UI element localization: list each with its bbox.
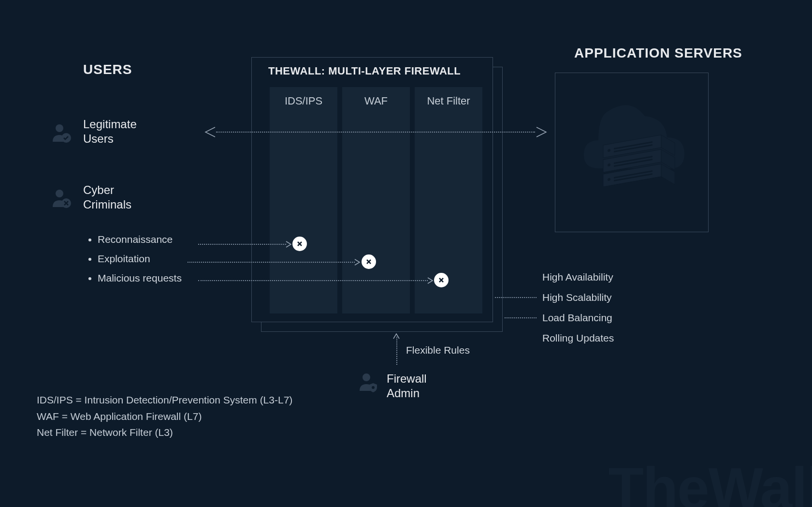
block-marker-icon	[362, 254, 376, 269]
legend-ids: IDS/IPS = Intrusion Detection/Prevention…	[37, 392, 292, 408]
svg-point-0	[56, 124, 63, 132]
attack-recon: Reconnaissance	[98, 234, 182, 245]
legend-net: Net Filter = Network Filter (L3)	[37, 424, 292, 441]
feature-link-line	[505, 317, 536, 318]
layer-waf-column: WAF	[342, 87, 410, 313]
firewall-admin-label: Firewall Admin	[387, 372, 427, 401]
feature-link-line	[495, 297, 536, 298]
layer-ids-label: IDS/IPS	[270, 87, 337, 107]
block-marker-icon	[434, 273, 449, 287]
admin-flow-line	[396, 337, 397, 365]
layer-ids-column: IDS/IPS	[270, 87, 337, 313]
layer-net-column: Net Filter	[415, 87, 482, 313]
arrow-malicious-icon	[427, 277, 435, 284]
feature-load-balancing: Load Balancing	[542, 308, 614, 328]
legend: IDS/IPS = Intrusion Detection/Prevention…	[37, 392, 292, 441]
users-heading: USERS	[83, 62, 132, 77]
feature-rolling-updates: Rolling Updates	[542, 328, 614, 348]
legitimate-users-label: Legitimate Users	[83, 117, 137, 146]
attack-list: Reconnaissance Exploitation Malicious re…	[86, 234, 182, 292]
feature-high-availability: High Availability	[542, 267, 614, 287]
svg-point-5	[372, 386, 375, 389]
layer-waf-label: WAF	[342, 87, 410, 107]
arrow-recon-icon	[285, 240, 293, 248]
flow-legitimate-line	[216, 132, 535, 133]
layer-net-label: Net Filter	[415, 87, 482, 107]
svg-point-2	[56, 190, 63, 197]
arrow-exploit-icon	[354, 258, 362, 266]
legitimate-user-icon	[51, 122, 72, 144]
attack-exploit: Exploitation	[98, 253, 182, 265]
attack-malicious: Malicious requests	[98, 272, 182, 284]
flow-malicious-line	[198, 280, 428, 281]
firewall-admin-icon	[358, 372, 379, 393]
svg-point-4	[362, 373, 370, 381]
arrow-left-icon	[203, 126, 216, 138]
cloud-server-icon	[569, 87, 695, 213]
flow-recon-line	[198, 244, 286, 245]
feature-high-scalability: High Scalability	[542, 287, 614, 308]
features-list: High Availability High Scalability Load …	[542, 267, 614, 348]
firewall-title: THEWALL: MULTI-LAYER FIREWALL	[268, 65, 461, 77]
legend-waf: WAF = Web Application Firewall (L7)	[37, 408, 292, 425]
cyber-criminals-label: Cyber Criminals	[83, 183, 131, 212]
arrow-up-icon	[392, 333, 400, 341]
flexible-rules-label: Flexible Rules	[406, 344, 470, 356]
watermark: TheWall	[608, 455, 812, 507]
flow-exploit-line	[188, 262, 355, 263]
cyber-criminal-icon	[51, 188, 72, 209]
arrow-right-icon	[536, 126, 548, 138]
application-servers-heading: APPLICATION SERVERS	[574, 45, 742, 61]
block-marker-icon	[292, 237, 307, 251]
